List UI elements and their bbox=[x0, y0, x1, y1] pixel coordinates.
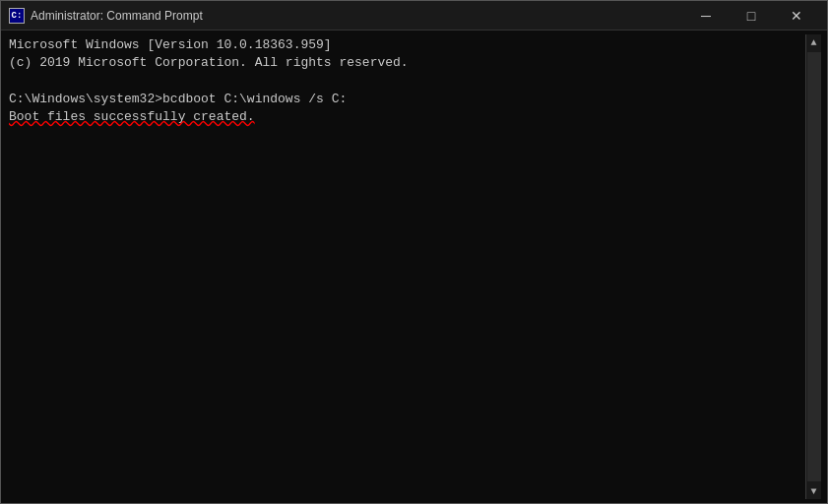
console-output: Microsoft Windows [Version 10.0.18363.95… bbox=[7, 34, 805, 499]
title-bar: C: Administrator: Command Prompt ─ □ ✕ bbox=[1, 1, 827, 31]
scrollbar-down-button[interactable]: ▼ bbox=[806, 483, 822, 499]
scrollbar[interactable]: ▲ ▼ bbox=[805, 34, 821, 499]
console-output-line: Boot files successfully created. bbox=[9, 108, 803, 126]
minimize-button[interactable]: ─ bbox=[683, 1, 729, 31]
console-line-1: Microsoft Windows [Version 10.0.18363.95… bbox=[9, 36, 803, 54]
scrollbar-up-button[interactable]: ▲ bbox=[806, 34, 822, 50]
app-icon: C: bbox=[9, 8, 25, 24]
console-line-2: (c) 2019 Microsoft Corporation. All righ… bbox=[9, 54, 803, 72]
window-title: Administrator: Command Prompt bbox=[31, 9, 683, 23]
window-controls: ─ □ ✕ bbox=[683, 1, 819, 31]
console-area[interactable]: Microsoft Windows [Version 10.0.18363.95… bbox=[1, 31, 827, 503]
command-prompt-window: C: Administrator: Command Prompt ─ □ ✕ M… bbox=[0, 0, 828, 504]
maximize-button[interactable]: □ bbox=[729, 1, 774, 31]
console-command-line: C:\Windows\system32>bcdboot C:\windows /… bbox=[9, 91, 803, 108]
console-empty-line bbox=[9, 72, 803, 90]
close-button[interactable]: ✕ bbox=[774, 1, 819, 31]
scrollbar-track[interactable] bbox=[807, 52, 821, 481]
cmd-icon-graphic: C: bbox=[9, 8, 25, 24]
